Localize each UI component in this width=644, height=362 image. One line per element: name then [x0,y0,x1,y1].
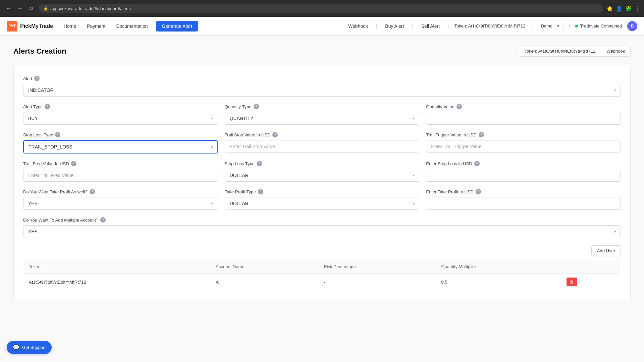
connected-badge: Tradovate Connected [575,23,622,28]
support-icon: 💬 [13,344,19,351]
add-user-button[interactable]: Add User [591,245,621,256]
alert-type-select[interactable]: BUY [23,112,218,125]
take-profit-select[interactable]: YES [23,197,218,210]
alert-help-icon[interactable]: ? [34,76,40,81]
col-token: Token [23,260,211,274]
chevron-down-icon: ▼ [556,24,560,28]
trail-stop-input[interactable] [225,140,420,153]
browser-bar: ← → ↻ 🔒 app.pickmytrade.trade/#/dashboar… [0,0,644,17]
bookmark-icon[interactable]: ⭐ [606,5,613,12]
lock-icon: 🔒 [43,6,48,11]
nav-documentation[interactable]: Documentation [113,22,150,30]
row-stop-loss: Stop Loss Type ? TRAIL_STOP_LOSS Trail S… [23,132,621,161]
alert-type-group: Alert Type ? BUY [23,104,218,125]
enter-stop-loss-help-icon[interactable]: ? [474,161,480,166]
alert-type-help-icon[interactable]: ? [45,104,50,109]
take-profit-usd-input[interactable]: 2 [426,197,621,210]
nav-right: Webhook | Buy Alert | Sell Alert | Token… [345,21,637,31]
reload-button[interactable]: ↻ [27,5,35,12]
col-risk: Risk Percentage [318,260,436,274]
stop-loss-type2-select[interactable]: DOLLAR [225,169,420,182]
back-button[interactable]: ← [4,5,13,12]
alert-select[interactable]: INDICATOR [23,84,621,97]
trail-freq-input[interactable] [23,169,218,182]
nav-sell-alert[interactable]: Sell Alert [419,22,442,30]
table-row: At1tGt9tTt8tWtEt8tYtMtRt712 A - 0.5 🗑 [23,274,621,291]
take-profit-usd-help-icon[interactable]: ? [476,189,481,194]
delete-row-button[interactable]: 🗑 [567,278,577,286]
table-section: Add User Token Account Name Risk Percent… [23,245,621,291]
nav-payment[interactable]: Payment [84,22,108,30]
cell-actions: 🗑 [561,274,621,291]
quantity-type-help-icon[interactable]: ? [254,104,259,109]
trail-trigger-input[interactable] [426,140,621,153]
logo-text: PickMyTrade [20,23,53,29]
take-profit-wrapper: YES [23,197,218,210]
stop-loss-type2-wrapper: DOLLAR [225,169,420,182]
nav-token: Token: At1tGt9tTt8tWtEt8tYtMtRt712 [454,23,525,28]
col-actions [561,260,621,274]
multiple-account-help-icon[interactable]: ? [100,217,106,223]
table-header-row: Add User [23,245,621,256]
browser-icons: ⭐ 👤 🧩 ⋮ [606,5,640,12]
table-header-row-el: Token Account Name Risk Percentage Quant… [23,260,621,274]
quantity-value-help-icon[interactable]: ? [457,104,462,109]
take-profit-type-wrapper: DOLLAR [225,197,420,210]
forward-button[interactable]: → [15,5,25,12]
webhook-badge[interactable]: Webhook [601,46,630,56]
trail-trigger-group: Trail Trigger Value In USD ? [426,132,621,154]
quantity-type-wrapper: QUANTITY [225,112,420,125]
nav-home[interactable]: Home [61,22,79,30]
enter-stop-loss-group: Enter Stop Loss in USD ? 2 [426,161,621,182]
multiple-account-select[interactable]: YES [23,225,621,238]
nav-webhook[interactable]: Webhook [345,22,371,30]
quantity-value-input[interactable]: 1 [426,112,621,125]
alert-type-wrapper: BUY [23,112,218,125]
nav-buy-alert[interactable]: Buy Alert [382,22,407,30]
url-text: app.pickmytrade.trade/#/dashboard/alerts [50,6,131,11]
stop-loss-type-wrapper: TRAIL_STOP_LOSS [23,140,218,154]
address-bar[interactable]: 🔒 app.pickmytrade.trade/#/dashboard/aler… [39,4,603,13]
take-profit-help-icon[interactable]: ? [90,189,95,194]
browser-nav-buttons: ← → ↻ [4,5,35,12]
alert-type-label: Alert Type ? [23,104,218,109]
trail-stop-group: Trail Stop Value In USD ? [225,132,420,154]
page-title: Alerts Creation [13,47,66,56]
generate-alert-button[interactable]: Generate Alert [156,21,198,32]
separator-2: | [412,23,413,28]
main-content: Alerts Creation Token: At1tGt9tTt8tWtEt8… [0,36,644,362]
stop-loss-type-select[interactable]: TRAIL_STOP_LOSS [23,140,218,154]
cell-account: A [210,274,318,291]
stop-loss-type2-group: Stop Loss Type ? DOLLAR [225,161,420,182]
take-profit-type-select[interactable]: DOLLAR [225,197,420,210]
row-alert-type: Alert Type ? BUY Quantity Type ? QUANTIT… [23,104,621,132]
table-head: Token Account Name Risk Percentage Quant… [23,260,621,274]
enter-stop-loss-input[interactable]: 2 [426,169,621,182]
take-profit-type-group: Take Profit Type ? DOLLAR [225,189,420,210]
cell-quantity: 0.5 [436,274,561,291]
trail-freq-help-icon[interactable]: ? [71,161,76,166]
extensions-icon[interactable]: 🧩 [625,5,632,12]
stop-loss-type-help-icon[interactable]: ? [55,132,60,137]
profile-icon[interactable]: 👤 [616,5,623,12]
menu-icon[interactable]: ⋮ [635,5,640,12]
support-button[interactable]: 💬 Get Support [7,341,52,354]
alert-select-wrapper: INDICATOR [23,84,621,97]
quantity-type-group: Quantity Type ? QUANTITY [225,104,420,125]
trail-trigger-help-icon[interactable]: ? [479,132,484,137]
quantity-type-select[interactable]: QUANTITY [225,112,420,125]
quantity-value-label: Quantity Value ? [426,104,621,109]
support-label: Get Support [22,345,46,350]
stop-loss-type2-label: Stop Loss Type ? [225,161,420,166]
user-avatar[interactable]: B [627,21,637,31]
trail-stop-help-icon[interactable]: ? [272,132,278,137]
take-profit-group: Do You Want Take Profit As well? ? YES [23,189,218,210]
multiple-account-group: Do You Want To Add Multiple Account? ? Y… [23,217,621,238]
trail-trigger-label: Trail Trigger Value In USD ? [426,132,621,137]
demo-dropdown[interactable]: Demo ▼ [537,22,564,30]
take-profit-type-help-icon[interactable]: ? [258,189,263,194]
trail-freq-label: Trail Freq Value In USD ? [23,161,218,166]
page-header: Alerts Creation Token: At1tGt9tTt8tWtEt8… [13,46,631,57]
take-profit-type-label: Take Profit Type ? [225,189,420,194]
stop-loss-type2-help-icon[interactable]: ? [257,161,262,166]
